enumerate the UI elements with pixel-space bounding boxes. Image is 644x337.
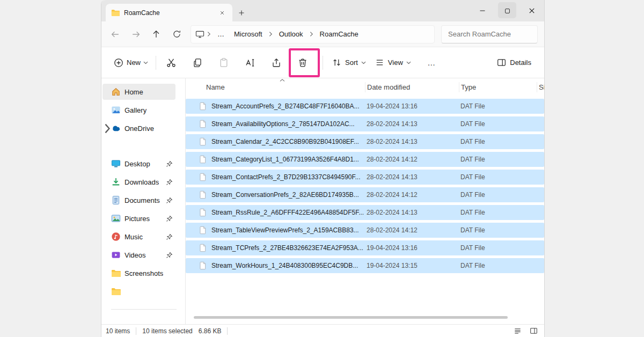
toolbar-divider: [156, 56, 156, 70]
file-row[interactable]: Stream_AvailabilityOptions_2_785147DA102…: [186, 116, 544, 131]
column-header-date-modified[interactable]: Date modified: [365, 82, 459, 92]
file-date-modified: 28-02-2024 14:13: [365, 120, 459, 128]
horizontal-scrollbar[interactable]: [194, 316, 508, 319]
file-row[interactable]: Stream_Calendar_2_4C2CC8B90B92B041908EF.…: [186, 134, 544, 149]
forward-button[interactable]: [126, 25, 145, 44]
breadcrumb-item-roamcache[interactable]: RoamCache: [316, 28, 362, 40]
copy-button[interactable]: [187, 52, 208, 74]
sidebar-item-label: Downloads: [125, 178, 159, 186]
sidebar-item-pictures[interactable]: Pictures: [103, 210, 175, 226]
more-options-button[interactable]: …: [422, 53, 441, 72]
breadcrumb-overflow[interactable]: …: [214, 28, 228, 40]
file-type: DAT File: [459, 102, 537, 110]
file-type: DAT File: [459, 209, 537, 216]
status-bar: 10 items 10 items selected 6.86 KB: [101, 324, 544, 337]
breadcrumb-item-microsoft[interactable]: Microsoft: [230, 28, 266, 40]
cut-button[interactable]: [160, 52, 182, 74]
sidebar-item-label: OneDrive: [125, 124, 154, 133]
close-button[interactable]: [519, 0, 544, 21]
back-button[interactable]: [106, 25, 125, 44]
status-divider: [136, 327, 136, 335]
share-button[interactable]: [266, 52, 287, 74]
window-controls: [470, 0, 544, 21]
file-name: Stream_ContactPrefs_2_B7D29B1337C8494590…: [211, 173, 361, 181]
new-button[interactable]: New: [110, 53, 151, 72]
details-button[interactable]: Details: [492, 53, 536, 72]
details-view-toggle[interactable]: [511, 326, 524, 336]
sidebar-item-desktop[interactable]: Desktop: [103, 156, 175, 172]
sidebar-item-label: Screenshots: [125, 269, 163, 277]
up-button[interactable]: [147, 25, 166, 44]
file-icon: [199, 137, 207, 146]
sort-button[interactable]: Sort: [327, 53, 370, 72]
toolbar: New Sort: [101, 47, 544, 78]
desktop-icon: [111, 159, 121, 169]
chevron-spacer: [104, 270, 111, 276]
view-toggles: [511, 326, 540, 336]
file-row[interactable]: Stream_TCPrefs_2_27BE4B326623E74EA2F953A…: [186, 240, 544, 255]
sidebar-item-documents[interactable]: Documents: [103, 192, 175, 208]
column-header-label: Name: [206, 83, 225, 91]
column-header-type[interactable]: Type: [459, 82, 537, 92]
search-input[interactable]: Search RoamCache: [441, 25, 538, 43]
file-name: Stream_RssRule_2_A6DFFF422E496A48854DF5F…: [211, 209, 364, 216]
sidebar-item-home[interactable]: Home: [103, 84, 175, 100]
sidebar-item-downloads[interactable]: Downloads: [103, 174, 175, 190]
preview-pane-toggle[interactable]: [527, 326, 540, 336]
file-type: DAT File: [459, 173, 537, 181]
new-button-label: New: [127, 58, 141, 67]
delete-button[interactable]: [292, 52, 313, 74]
chevron-right-icon: [268, 31, 273, 37]
file-row[interactable]: Stream_RssRule_2_A6DFFF422E496A48854DF5F…: [186, 205, 544, 220]
maximize-button[interactable]: [495, 0, 519, 21]
file-name: Stream_ConversationPrefs_2_82AE6BD174935…: [211, 191, 359, 199]
address-bar[interactable]: … Microsoft Outlook RoamCache: [191, 25, 435, 43]
file-icon: [199, 244, 207, 252]
onedrive-icon: [111, 123, 121, 133]
sidebar-item-onedrive[interactable]: OneDrive: [103, 120, 175, 136]
sidebar-item-folder[interactable]: [103, 283, 175, 299]
file-row[interactable]: Stream_WorkHours_1_24B408300B95EC4C9DB..…: [186, 258, 544, 273]
sidebar-item-screenshots[interactable]: Screenshots: [103, 265, 175, 281]
sidebar-item-label: Music: [125, 233, 143, 241]
selected-count: 10 items selected: [142, 327, 192, 335]
sidebar-item-videos[interactable]: Videos: [103, 247, 175, 263]
column-header-label: Type: [461, 83, 476, 91]
refresh-button[interactable]: [167, 25, 186, 44]
rename-button[interactable]: [239, 52, 261, 74]
sidebar-item-label: Videos: [125, 251, 146, 259]
chevron-spacer: [104, 160, 111, 167]
explorer-tab[interactable]: RoamCache: [106, 4, 232, 21]
file-row[interactable]: Stream_ContactPrefs_2_B7D29B1337C8494590…: [186, 170, 544, 185]
breadcrumb-item-outlook[interactable]: Outlook: [275, 28, 307, 40]
view-button[interactable]: View: [370, 53, 415, 72]
chevron-spacer: [104, 89, 111, 95]
pc-icon: [195, 30, 204, 38]
tab-close-icon[interactable]: [217, 8, 227, 18]
chevron-spacer: [104, 233, 111, 240]
chevron-right-icon[interactable]: [104, 125, 111, 131]
new-tab-button[interactable]: [232, 4, 251, 21]
file-list: Stream_AccountPrefs_2_B274BC48F7F16040BA…: [186, 96, 544, 276]
toolbar-divider: [323, 56, 323, 70]
file-date-modified: 28-02-2024 14:13: [365, 173, 459, 181]
file-row[interactable]: Stream_ConversationPrefs_2_82AE6BD174935…: [186, 187, 544, 202]
sidebar-item-gallery[interactable]: Gallery: [103, 102, 175, 118]
pin-icon: [166, 179, 173, 186]
details-button-label: Details: [510, 58, 531, 67]
chevron-right-icon: [309, 31, 314, 37]
file-row[interactable]: Stream_CategoryList_1_06773199A3526F4A8D…: [186, 152, 544, 167]
minimize-button[interactable]: [470, 0, 495, 21]
column-header-name[interactable]: Name: [193, 82, 365, 92]
sort-icon: [332, 57, 342, 68]
sidebar-item-label: Documents: [125, 196, 160, 204]
file-type: DAT File: [459, 191, 537, 199]
file-row[interactable]: Stream_AccountPrefs_2_B274BC48F7F16040BA…: [186, 99, 544, 114]
folder-icon: [111, 268, 121, 278]
column-header-size[interactable]: Size: [537, 82, 544, 92]
paste-button[interactable]: [213, 52, 235, 74]
sidebar-item-music[interactable]: Music: [103, 229, 175, 245]
column-header-label: Size: [539, 83, 544, 91]
chevron-spacer: [104, 179, 111, 185]
file-row[interactable]: Stream_TableViewPreviewPrefs_2_A159ACBB8…: [186, 223, 544, 238]
